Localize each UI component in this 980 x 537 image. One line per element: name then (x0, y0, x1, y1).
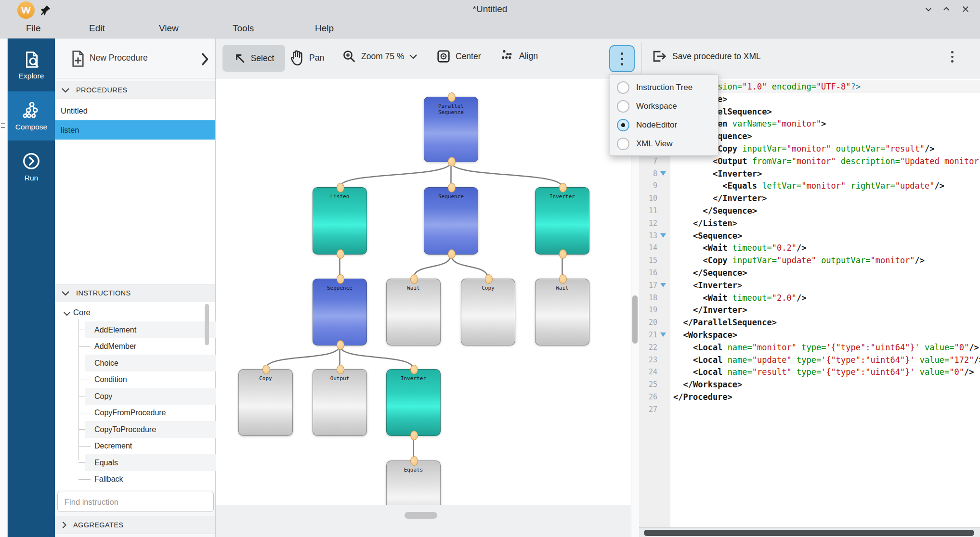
tree-root-label[interactable]: Core (73, 308, 91, 317)
output-port[interactable] (337, 249, 344, 259)
code-segment-plain (673, 343, 693, 352)
activity-item-run[interactable]: Run (8, 142, 55, 192)
maximize-button[interactable] (940, 3, 953, 15)
save-to-xml-button[interactable]: Save procedure to XML (651, 49, 761, 64)
node-listen[interactable]: Listen (313, 187, 367, 255)
kebab-icon (621, 52, 623, 65)
canvas-vscroll-thumb[interactable] (632, 295, 638, 344)
radio-selected-icon[interactable] (617, 119, 629, 131)
input-port[interactable] (337, 274, 344, 284)
collapse-panel-icon[interactable] (199, 52, 210, 66)
instruction-item-Decrement[interactable]: Decrement (85, 438, 216, 455)
menu-item-help[interactable]: Help (315, 23, 334, 34)
chevron-down-icon[interactable] (63, 311, 71, 316)
close-button[interactable] (959, 3, 972, 15)
center-button[interactable]: Center (436, 49, 481, 64)
fold-marker-icon[interactable] (660, 332, 666, 337)
align-button[interactable]: Align (501, 49, 538, 63)
view-option-workspace[interactable]: Workspace (610, 97, 718, 115)
input-port[interactable] (559, 274, 567, 284)
radio-icon[interactable] (617, 138, 629, 150)
view-option-xml-view[interactable]: XML View (610, 134, 718, 153)
node-wait[interactable]: Wait (386, 279, 441, 345)
code-segment-plain (831, 144, 836, 153)
line-number: 12 (639, 217, 657, 230)
input-port[interactable] (337, 183, 344, 192)
aggregates-section-header[interactable]: AGGREGATES (55, 516, 215, 534)
output-port[interactable] (559, 249, 567, 259)
xml-panel-menu-button[interactable] (951, 51, 954, 63)
input-port[interactable] (559, 183, 567, 192)
procedures-section-header[interactable]: PROCEDURES (55, 81, 215, 99)
sidebar-scrollbar[interactable] (205, 304, 209, 345)
node-parallel-sequence[interactable]: Parallel Sequence (424, 97, 478, 162)
view-option-nodeeditor[interactable]: NodeEditor (610, 115, 718, 134)
code-segment-value: "monitor" (786, 144, 831, 153)
node-copy[interactable]: Copy (238, 369, 293, 436)
canvas-hscroll-thumb[interactable] (405, 512, 437, 519)
code-segment-processing-instruction: ?> (851, 82, 861, 91)
input-port[interactable] (337, 365, 344, 374)
procedure-item-listen[interactable]: listen (55, 120, 215, 140)
node-editor-canvas[interactable]: Parallel SequenceListenSequenceInverterS… (216, 78, 631, 505)
pan-tool-button[interactable]: Pan (289, 49, 324, 66)
node-copy[interactable]: Copy (461, 279, 515, 345)
activity-item-compose[interactable]: Compose (8, 91, 55, 141)
menu-item-file[interactable]: File (26, 23, 41, 34)
instruction-item-AddElement[interactable]: AddElement (85, 321, 216, 338)
output-port[interactable] (448, 249, 456, 259)
zoom-control[interactable]: Zoom 75 % (342, 49, 418, 64)
instructions-section-header[interactable]: INSTRUCTIONS (55, 284, 215, 302)
fold-marker-icon[interactable] (660, 283, 666, 287)
fold-marker-icon[interactable] (660, 233, 666, 238)
instruction-item-Equals[interactable]: Equals (85, 454, 216, 471)
node-equals[interactable]: Equals (386, 460, 441, 505)
node-sequence[interactable]: Sequence (313, 279, 367, 345)
input-port[interactable] (448, 183, 456, 192)
node-inverter[interactable]: Inverter (386, 369, 441, 436)
fold-marker-icon[interactable] (660, 171, 666, 176)
find-instruction-input[interactable] (57, 492, 214, 512)
procedure-item-Untitled[interactable]: Untitled (55, 101, 215, 120)
node-wait[interactable]: Wait (535, 279, 589, 345)
select-tool-button[interactable]: Select (222, 45, 285, 72)
radio-icon[interactable] (617, 81, 629, 94)
hand-icon (289, 49, 304, 66)
view-option-instruction-tree[interactable]: Instruction Tree (610, 78, 718, 97)
view-options-button[interactable] (609, 45, 635, 72)
instruction-item-CopyFromProcedure[interactable]: CopyFromProcedure (85, 405, 216, 422)
input-port[interactable] (410, 365, 418, 374)
new-procedure-button[interactable]: New Procedure (90, 53, 148, 63)
activity-item-explore[interactable]: Explore (8, 40, 55, 90)
instruction-item-Fallback[interactable]: Fallback (85, 471, 216, 488)
radio-icon[interactable] (617, 100, 629, 113)
output-port[interactable] (448, 157, 456, 166)
node-sequence[interactable]: Sequence (424, 187, 478, 255)
procedures-header-label: PROCEDURES (76, 86, 127, 94)
instruction-item-CopyToProcedure[interactable]: CopyToProcedure (85, 421, 216, 438)
instruction-item-Copy[interactable]: Copy (85, 388, 216, 405)
instruction-item-AddMember[interactable]: AddMember (85, 338, 216, 355)
code-segment-tag: <Output (713, 156, 747, 166)
menu-item-view[interactable]: View (159, 23, 179, 34)
instructions-header-label: INSTRUCTIONS (76, 289, 131, 297)
input-port[interactable] (410, 274, 418, 284)
xml-hscroll-thumb[interactable] (644, 530, 974, 536)
minimize-button[interactable] (922, 3, 935, 15)
chevron-down-icon (61, 290, 70, 296)
input-port[interactable] (448, 92, 456, 102)
menu-item-edit[interactable]: Edit (89, 23, 105, 34)
code-segment-value: '{"type":"uint64"}' (821, 355, 915, 365)
menu-item-tools[interactable]: Tools (233, 23, 254, 34)
code-text: </Sequence> (673, 267, 747, 279)
input-port[interactable] (262, 365, 270, 374)
node-inverter[interactable]: Inverter (535, 187, 589, 255)
output-port[interactable] (337, 340, 344, 350)
input-port[interactable] (485, 274, 493, 284)
instruction-item-Choice[interactable]: Choice (85, 355, 216, 371)
instruction-item-Condition[interactable]: Condition (85, 371, 216, 388)
code-segment-plain (722, 355, 727, 365)
output-port[interactable] (410, 431, 418, 440)
node-output[interactable]: Output (313, 369, 367, 436)
input-port[interactable] (410, 456, 418, 466)
